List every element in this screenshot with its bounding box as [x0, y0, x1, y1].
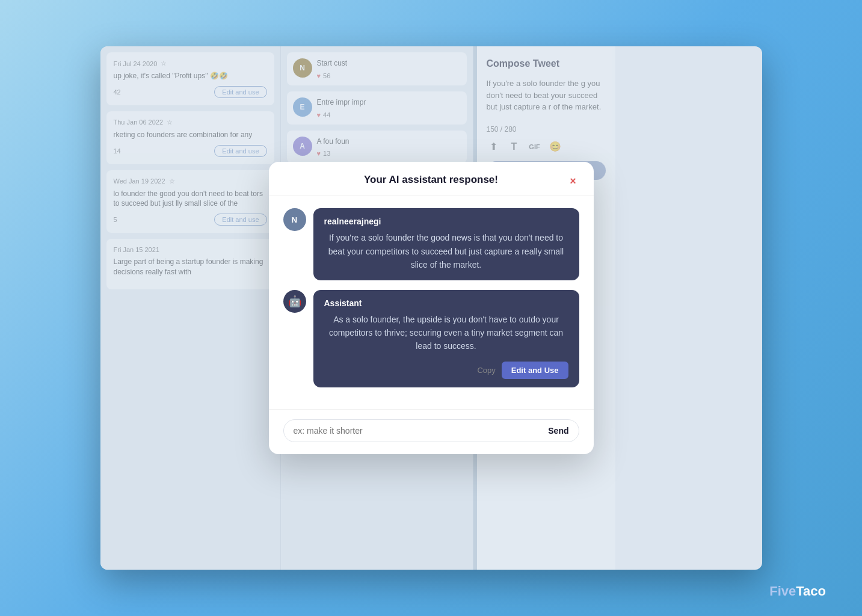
copy-button[interactable]: Copy	[477, 366, 495, 375]
brand-taco: Taco	[796, 584, 826, 599]
edit-and-use-button[interactable]: Edit and Use	[502, 362, 568, 379]
chat-input[interactable]	[294, 426, 543, 436]
bot-avatar: 🤖	[283, 290, 306, 313]
assistant-actions: Copy Edit and Use	[324, 362, 568, 379]
chat-user-message: N realneerajnegi If you're a solo founde…	[283, 208, 579, 280]
send-button[interactable]: Send	[548, 426, 568, 436]
assistant-message-text: As a solo founder, the upside is you don…	[324, 313, 568, 353]
modal-overlay: Your AI assistant response! × N realneer…	[100, 46, 762, 570]
branding: FiveTaco	[769, 584, 826, 599]
user-avatar: N	[283, 208, 306, 231]
chat-assistant-message: 🤖 Assistant As a solo founder, the upsid…	[283, 290, 579, 387]
modal-body: N realneerajnegi If you're a solo founde…	[269, 196, 594, 408]
username-label: realneerajnegi	[324, 217, 568, 226]
chat-input-row: Send	[283, 419, 579, 442]
app-window: Fri Jul 24 2020 up joke, it's called "Pr…	[100, 46, 762, 570]
ai-assistant-modal: Your AI assistant response! × N realneer…	[269, 162, 594, 454]
modal-close-button[interactable]: ×	[565, 173, 582, 189]
user-message-text: If you're a solo founder the good news i…	[324, 231, 568, 271]
modal-header: Your AI assistant response! ×	[269, 162, 594, 196]
modal-footer: Send	[269, 409, 594, 454]
assistant-bubble: Assistant As a solo founder, the upside …	[313, 290, 579, 387]
modal-title: Your AI assistant response!	[364, 174, 498, 185]
assistant-label: Assistant	[324, 298, 568, 308]
user-bubble: realneerajnegi If you're a solo founder …	[313, 208, 579, 280]
brand-five: Five	[769, 584, 796, 599]
